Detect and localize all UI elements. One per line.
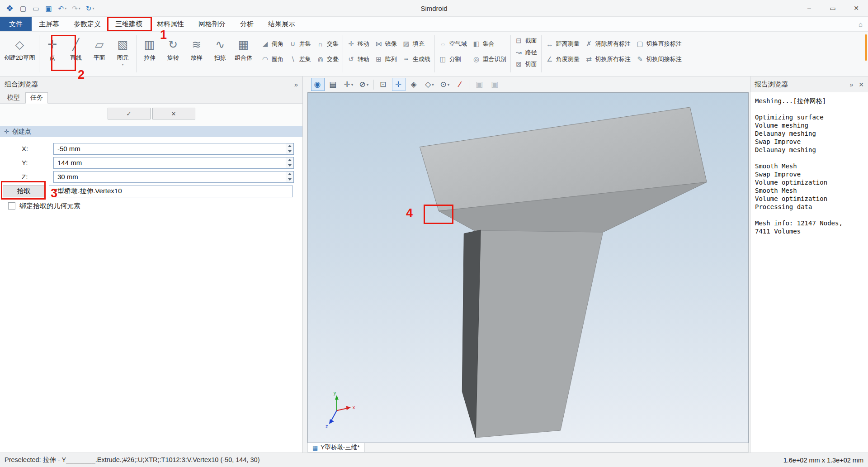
axis-triad: y x z bbox=[326, 390, 355, 429]
z-spinner[interactable] bbox=[286, 172, 293, 182]
menu-tab-meshing[interactable]: 网格剖分 bbox=[191, 17, 233, 31]
menu-tab-results[interactable]: 结果展示 bbox=[261, 17, 302, 31]
new-file-button[interactable]: ▢ bbox=[18, 4, 29, 13]
pier-model[interactable]: y x z bbox=[308, 93, 748, 443]
open-file-button[interactable]: ▭ bbox=[30, 4, 42, 13]
tab-task[interactable]: 任务 bbox=[25, 92, 48, 104]
measure-button[interactable]: ∕ bbox=[453, 78, 467, 91]
revolve-button[interactable]: ↻ 旋转 bbox=[161, 33, 185, 75]
overlap-button[interactable]: ⋒交叠 bbox=[316, 53, 339, 65]
report-collapse-icon[interactable]: » bbox=[849, 81, 853, 88]
subtract-button[interactable]: ∖差集 bbox=[289, 53, 311, 65]
union-button[interactable]: ∪并集 bbox=[289, 38, 311, 50]
clip-button[interactable]: ⊘▾ bbox=[357, 78, 371, 91]
coincidence-button[interactable]: ◎重合识别 bbox=[472, 53, 506, 65]
record-button[interactable]: ◉ bbox=[311, 78, 325, 91]
fit-view-button[interactable]: ✛ bbox=[392, 78, 406, 91]
document-tab[interactable]: ▦ Y型桥墩-三维* bbox=[308, 443, 365, 452]
orbit-button[interactable]: ◈ bbox=[407, 78, 421, 91]
toggle-direct-annotation-button[interactable]: ▢切换直接标注 bbox=[636, 38, 682, 50]
generate-line-button[interactable]: ┅生成线 bbox=[402, 53, 430, 65]
pattern-button[interactable]: ⊞阵列 bbox=[375, 53, 397, 65]
menubar: 文件 主屏幕 参数定义 三维建模 材料属性 网格剖分 分析 结果展示 ⌂ bbox=[0, 17, 868, 32]
sweep-button[interactable]: ∿ 扫掠 bbox=[208, 33, 232, 75]
copy-view-button[interactable]: ▣ bbox=[473, 78, 486, 91]
create-2d-sketch-button[interactable]: ◇ 创建2D草图 bbox=[2, 33, 38, 75]
confirm-button[interactable]: ✓ bbox=[108, 108, 151, 119]
fillet-button[interactable]: ◠圆角 bbox=[261, 53, 283, 65]
save-button[interactable]: ▣ bbox=[43, 4, 55, 13]
undo-button[interactable]: ↶▾ bbox=[56, 4, 69, 13]
viewport-3d[interactable]: y x z bbox=[307, 92, 749, 443]
split-button[interactable]: ◫分割 bbox=[439, 53, 467, 65]
chamfer-button[interactable]: ◢倒角 bbox=[261, 38, 283, 50]
extrude-button[interactable]: ▥ 拉伸 bbox=[138, 33, 161, 75]
plane-button[interactable]: ▱ 平面 bbox=[88, 33, 111, 75]
sync-button[interactable]: ↻▾ bbox=[84, 4, 97, 13]
menu-tab-file[interactable]: 文件 bbox=[0, 17, 32, 31]
app-logo-button[interactable]: ❖ bbox=[4, 3, 17, 14]
print-button[interactable]: ▤ bbox=[326, 78, 340, 91]
minimize-ribbon-icon[interactable]: ⌂ bbox=[859, 20, 863, 28]
primitive-button[interactable]: ▧ 图元 ▾ bbox=[111, 33, 135, 75]
pick-button[interactable]: 拾取 bbox=[3, 186, 45, 197]
panel-collapse-icon[interactable]: » bbox=[294, 81, 298, 88]
composite-button[interactable]: ▦ 组合体 bbox=[232, 33, 255, 75]
copy-image-button[interactable]: ▣ bbox=[488, 78, 502, 91]
menu-tab-home[interactable]: 主屏幕 bbox=[32, 17, 66, 31]
pick-input[interactable] bbox=[49, 186, 293, 197]
app-logo-icon: ❖ bbox=[6, 4, 14, 13]
air-domain-button[interactable]: ◌空气域 bbox=[439, 38, 467, 50]
visibility-button[interactable]: ⊙▾ bbox=[438, 78, 452, 91]
ribbon-small-group: ⊟截面↝路径⊠切面 bbox=[512, 33, 540, 75]
bind-geometry-checkbox[interactable] bbox=[8, 202, 15, 210]
section-button[interactable]: ⊟截面 bbox=[515, 35, 537, 46]
ribbon-group-sketch: ◇ 创建2D草图 bbox=[2, 33, 38, 75]
ribbon-group-solid: ▥ 拉伸 ↻ 旋转 ≋ 放样 ∿ 扫掠 bbox=[138, 33, 255, 75]
report-close-icon[interactable]: ✕ bbox=[859, 81, 864, 88]
y-spinner[interactable] bbox=[286, 157, 293, 168]
angle-measure-button[interactable]: ∠角度测量 bbox=[546, 53, 580, 65]
move-button[interactable]: ✛移动 bbox=[347, 38, 369, 50]
pier-stem-front-face[interactable] bbox=[476, 230, 603, 438]
set-button[interactable]: ◧集合 bbox=[472, 38, 506, 50]
triad-display-button[interactable]: ✛▾ bbox=[342, 78, 355, 91]
intersect-button[interactable]: ∩交集 bbox=[316, 38, 339, 50]
ribbon-scroll-stripe[interactable] bbox=[865, 34, 867, 61]
report-line: Swap Improve bbox=[755, 138, 866, 146]
x-input[interactable] bbox=[53, 143, 294, 155]
menu-tab-parameters[interactable]: 参数定义 bbox=[66, 17, 108, 31]
zoom-window-button[interactable]: ⊡ bbox=[377, 78, 390, 91]
sketch-diamond-icon: ◇ bbox=[15, 36, 24, 52]
minimize-button[interactable]: – bbox=[797, 0, 821, 16]
new-file-icon: ▢ bbox=[20, 5, 26, 12]
rotate-button[interactable]: ↺转动 bbox=[347, 53, 369, 65]
distance-measure-icon: ↔ bbox=[546, 40, 554, 48]
tab-model[interactable]: 模型 bbox=[3, 93, 24, 103]
generate-line-icon: ┅ bbox=[402, 55, 410, 63]
mirror-button[interactable]: ⋈镜像 bbox=[375, 38, 397, 50]
path-button[interactable]: ↝路径 bbox=[515, 47, 537, 58]
menu-tab-analysis[interactable]: 分析 bbox=[233, 17, 261, 31]
toggle-annotations-button[interactable]: ⇄切换所有标注 bbox=[585, 53, 631, 65]
report-line: Volume meshing bbox=[755, 121, 866, 129]
fill-icon: ▨ bbox=[402, 40, 410, 48]
close-button[interactable]: ✕ bbox=[844, 0, 868, 16]
clear-annotations-button[interactable]: ✗清除所有标注 bbox=[585, 38, 631, 50]
y-input[interactable] bbox=[53, 157, 294, 169]
x-spinner[interactable] bbox=[286, 143, 293, 154]
redo-button[interactable]: ↷▾ bbox=[70, 4, 83, 13]
cut-plane-button[interactable]: ⊠切面 bbox=[515, 59, 537, 70]
line-button[interactable]: ╱ 直线 bbox=[64, 33, 88, 75]
menu-tab-3d-modeling[interactable]: 三维建模 bbox=[108, 17, 150, 31]
maximize-button[interactable]: ▭ bbox=[821, 0, 844, 16]
menu-tab-material[interactable]: 材料属性 bbox=[150, 17, 191, 31]
loft-button[interactable]: ≋ 放样 bbox=[185, 33, 208, 75]
cancel-button[interactable]: ✕ bbox=[152, 108, 195, 119]
view-orientation-button[interactable]: ◇▾ bbox=[423, 78, 436, 91]
fill-button[interactable]: ▨填充 bbox=[402, 38, 430, 50]
distance-measure-button[interactable]: ↔距离测量 bbox=[546, 38, 580, 50]
z-input[interactable] bbox=[53, 171, 294, 183]
point-button[interactable]: ✛ 点 bbox=[41, 33, 64, 75]
toggle-indirect-annotation-button[interactable]: ✎切换间接标注 bbox=[636, 53, 682, 65]
